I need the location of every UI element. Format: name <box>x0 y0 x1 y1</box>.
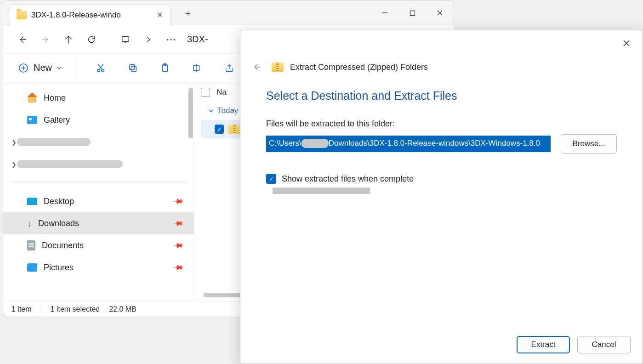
redacted-strip <box>273 188 370 194</box>
titlebar: 3DX-1.8.0-Release-windo ✕ ＋ <box>3 0 454 25</box>
breadcrumb-chevron-icon[interactable] <box>138 29 159 50</box>
dialog-titlebar: Extract Compressed (Zipped) Folders <box>240 56 643 85</box>
status-separator <box>41 305 41 313</box>
desktop-icon <box>27 198 37 205</box>
extract-dialog: Extract Compressed (Zipped) Folders Sele… <box>240 30 643 364</box>
navigation-pane: Home Gallery ❯ ❯ Desktop <box>3 82 194 301</box>
destination-input[interactable]: C:\Users\xxxxxxDownloads\3DX-1.8.0-Relea… <box>266 136 551 152</box>
forward-button[interactable] <box>35 29 56 50</box>
toolbar-separator <box>77 60 77 76</box>
copy-icon[interactable] <box>121 58 144 78</box>
tab-close-button[interactable]: ✕ <box>154 9 165 21</box>
dialog-back-button[interactable] <box>249 59 265 75</box>
redacted-label <box>17 138 91 146</box>
breadcrumb-current[interactable]: 3DX- <box>187 34 208 45</box>
chevron-down-icon <box>208 108 214 114</box>
rename-icon[interactable] <box>186 58 209 78</box>
show-files-row[interactable]: ✓ Show extracted files when complete <box>266 174 617 184</box>
cut-icon[interactable] <box>89 58 112 78</box>
dialog-footer: Extract Cancel <box>240 328 643 364</box>
path-redacted: xxxxxx <box>302 139 329 148</box>
window-controls <box>371 3 454 23</box>
pin-icon: 📌 <box>172 239 184 251</box>
dialog-header <box>240 30 643 56</box>
path-prefix: C:\Users\ <box>269 139 302 148</box>
zip-icon <box>228 125 240 134</box>
browse-button[interactable]: Browse... <box>561 134 617 154</box>
sidebar-item-desktop[interactable]: Desktop 📌 <box>3 190 194 212</box>
location-dropdown-icon[interactable] <box>115 29 136 50</box>
minimize-button[interactable] <box>371 3 398 23</box>
new-tab-button[interactable]: ＋ <box>179 4 197 22</box>
chevron-right-icon[interactable]: ❯ <box>11 139 17 146</box>
sidebar-item-home[interactable]: Home <box>3 87 194 109</box>
sidebar-item-pictures[interactable]: Pictures 📌 <box>3 256 194 279</box>
sidebar-label: Pictures <box>44 263 74 273</box>
svg-rect-7 <box>122 36 129 41</box>
pin-icon: 📌 <box>172 262 184 273</box>
zip-icon <box>272 63 284 72</box>
row-checkbox[interactable]: ✓ <box>215 125 224 134</box>
sidebar-label: Home <box>44 93 66 103</box>
status-item-count: 1 item <box>11 305 32 313</box>
status-selected: 1 item selected <box>51 305 100 313</box>
sidebar-item-redacted[interactable]: ❯ <box>3 131 194 153</box>
sidebar-item-downloads[interactable]: ↓ Downloads 📌 <box>3 212 194 234</box>
maximize-button[interactable] <box>398 3 426 23</box>
extract-button[interactable]: Extract <box>517 336 570 353</box>
breadcrumb-overflow[interactable]: ⋯ <box>161 29 182 50</box>
up-button[interactable] <box>58 29 79 50</box>
sidebar-item-redacted[interactable]: ❯ <box>3 153 194 175</box>
redacted-label <box>17 160 123 168</box>
folder-icon <box>17 11 27 19</box>
select-all-checkbox[interactable] <box>201 88 210 97</box>
pictures-icon <box>27 263 37 272</box>
share-icon[interactable] <box>218 58 241 78</box>
group-label-text: Today <box>217 106 238 115</box>
new-button-label: New <box>34 63 52 73</box>
gallery-icon <box>27 116 37 124</box>
svg-rect-16 <box>131 66 136 71</box>
horizontal-scrollbar[interactable] <box>204 293 245 297</box>
sidebar-divider <box>11 182 186 182</box>
column-name[interactable]: Na <box>216 88 227 97</box>
chevron-right-icon[interactable]: ❯ <box>11 161 17 168</box>
dialog-close-button[interactable] <box>615 34 638 52</box>
sidebar-label: Gallery <box>44 115 70 125</box>
path-suffix: Downloads\3DX-1.8.0-Release-windows\3DX-… <box>329 139 540 148</box>
svg-rect-1 <box>410 11 415 15</box>
sidebar-item-documents[interactable]: Documents 📌 <box>3 234 194 256</box>
back-button[interactable] <box>12 29 33 50</box>
cancel-button[interactable]: Cancel <box>577 336 631 353</box>
svg-rect-20 <box>193 65 199 70</box>
close-button[interactable] <box>426 3 454 23</box>
svg-rect-17 <box>130 64 135 69</box>
refresh-button[interactable] <box>81 29 102 50</box>
downloads-icon: ↓ <box>27 218 32 229</box>
dialog-body: Select a Destination and Extract Files F… <box>240 85 643 328</box>
sidebar-label: Downloads <box>38 219 79 228</box>
new-button[interactable]: New <box>11 59 68 77</box>
status-size: 22.0 MB <box>109 305 137 313</box>
pin-icon: 📌 <box>172 217 184 229</box>
paste-icon[interactable] <box>154 58 176 78</box>
documents-icon <box>27 240 35 250</box>
dialog-heading: Select a Destination and Extract Files <box>266 89 617 102</box>
sidebar-label: Documents <box>42 241 84 250</box>
dialog-title: Extract Compressed (Zipped) Folders <box>290 63 428 72</box>
show-files-label: Show extracted files when complete <box>282 174 414 184</box>
sidebar-label: Desktop <box>44 197 74 206</box>
sidebar-item-gallery[interactable]: Gallery <box>3 109 194 131</box>
home-icon <box>27 93 37 102</box>
destination-label: Files will be extracted to this folder: <box>266 119 617 129</box>
show-files-checkbox[interactable]: ✓ <box>266 174 276 184</box>
pin-icon: 📌 <box>172 195 184 207</box>
tab-active[interactable]: 3DX-1.8.0-Release-windo ✕ <box>10 4 171 25</box>
destination-row: C:\Users\xxxxxxDownloads\3DX-1.8.0-Relea… <box>266 134 617 154</box>
tab-title: 3DX-1.8.0-Release-windo <box>31 11 121 20</box>
